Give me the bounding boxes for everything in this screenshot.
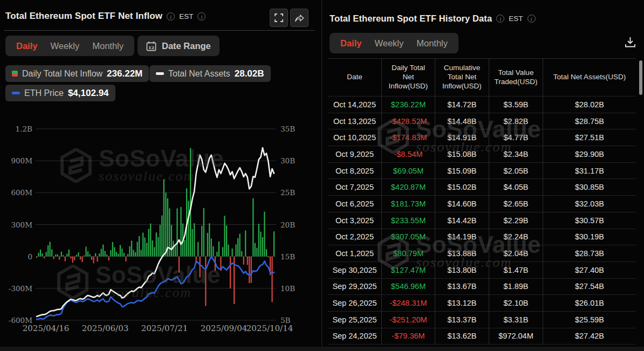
tab-daily[interactable]: Daily	[335, 35, 367, 52]
table-cell: $233.55M	[382, 212, 435, 229]
tab-weekly[interactable]: Weekly	[45, 38, 85, 54]
table-period-tabs: DailyWeeklyMonthly	[330, 33, 458, 53]
tab-daily[interactable]: Daily	[11, 38, 43, 54]
table-body: Oct 14,2025$236.22M$14.72B$3.59B$28.02BO…	[328, 97, 636, 345]
info-icon[interactable]: i	[496, 15, 504, 23]
table-cell: $13.12B	[435, 295, 489, 312]
svg-text:10B: 10B	[280, 284, 295, 293]
fullscreen-icon	[275, 13, 283, 22]
table-cell: $2.29B	[489, 212, 543, 229]
table-cell: -$248.31M	[382, 295, 435, 312]
table-cell: $80.79M	[382, 245, 435, 262]
table-row: Oct 6,2025$181.73M$14.60B$2.65B$32.03B	[328, 196, 636, 212]
page-title: Total Ethereum Spot ETF Net Inflow	[5, 11, 162, 22]
table-cell: $546.96M	[382, 279, 435, 295]
table-cell: Sep 25,2025	[328, 312, 382, 328]
svg-text:600M: 600M	[11, 188, 32, 197]
tab-weekly[interactable]: Weekly	[369, 35, 409, 52]
table-row: Oct 2,2025$307.05M$14.19B$2.24B$30.19B	[328, 229, 636, 246]
table-cell: $14.19B	[435, 229, 489, 246]
legend-label: Total Net Assets	[168, 69, 230, 79]
table-cell: $2.24B	[489, 229, 543, 246]
tab-monthly[interactable]: Monthly	[87, 38, 129, 54]
table-cell: $15.08B	[435, 146, 489, 163]
table-cell: $14.42B	[435, 212, 489, 229]
legend-value: 28.02B	[235, 68, 264, 79]
table-cell: $13.88B	[435, 245, 489, 262]
svg-text:0: 0	[28, 252, 32, 261]
table-cell: $2.04B	[489, 245, 543, 262]
etf-flow-chart[interactable]: 1.2B35B900M30B600M25B300M20B015B-300M10B…	[0, 120, 321, 338]
table-row: Oct 1,2025$80.79M$13.88B$2.04B$28.73B	[328, 245, 636, 262]
table-cell: $29.90B	[543, 146, 636, 163]
table-row: Oct 10,2025-$174.83M$14.91B$4.77B$27.51B	[328, 129, 636, 146]
table-header-row: DateDaily Total Net Inflow(USD)Cumulativ…	[328, 59, 636, 97]
svg-text:2025/09/04: 2025/09/04	[201, 324, 247, 333]
table-cell: $420.87M	[382, 179, 435, 196]
history-table: DateDaily Total Net Inflow(USD)Cumulativ…	[328, 58, 636, 345]
table-header-cell: Total Value Traded(USD)	[489, 59, 543, 97]
svg-text:-300M: -300M	[9, 284, 32, 293]
table-cell: Oct 13,2025	[328, 113, 382, 130]
legend-chip-eth-price[interactable]: ETH Price$4,102.94	[5, 85, 115, 101]
table-cell: Oct 2,2025	[328, 229, 382, 246]
horizontal-scrollbar-track[interactable]	[0, 347, 644, 351]
table-row: Oct 3,2025$233.55M$14.42B$2.29B$30.57B	[328, 212, 636, 229]
table-cell: $3.31B	[489, 312, 543, 328]
table-row: Sep 24,2025-$79.36M$13.62B$972.04M$27.42…	[328, 328, 636, 345]
info-icon[interactable]: i	[527, 15, 536, 23]
table-cell: $30.19B	[543, 229, 636, 246]
share-button[interactable]	[290, 9, 309, 27]
table-cell: $2.65B	[489, 196, 543, 212]
table-scrollbar[interactable]	[639, 60, 642, 95]
svg-text:30B: 30B	[280, 156, 295, 165]
fullscreen-button[interactable]	[270, 9, 288, 27]
timezone-label: EST	[179, 12, 193, 20]
table-cell: $30.57B	[543, 212, 636, 229]
net-inflow-panel: Total Ethereum Spot ETF Net Inflow i EST…	[0, 0, 321, 347]
table-row: Oct 9,2025-$8.54M$15.08B$2.34B$29.90B	[328, 146, 636, 163]
table-cell: $30.85B	[543, 179, 636, 196]
table-cell: $2.82B	[489, 113, 543, 130]
table-cell: $4.05B	[489, 179, 543, 196]
table-cell: Oct 8,2025	[328, 163, 382, 180]
table-row: Oct 13,2025-$428.52M$14.48B$2.82B$28.75B	[328, 113, 636, 130]
svg-text:2025/04/16: 2025/04/16	[23, 324, 69, 333]
table-cell: $25.59B	[543, 312, 636, 328]
date-range-button[interactable]: 12 Date Range	[138, 36, 220, 56]
table-cell: $13.67B	[435, 279, 489, 295]
svg-text:2025/06/03: 2025/06/03	[82, 324, 128, 333]
download-button[interactable]	[624, 36, 636, 51]
table-row: Sep 30,2025$127.47M$13.80B$1.47B$27.40B	[328, 262, 636, 279]
table-cell: $236.22M	[382, 97, 435, 113]
info-icon[interactable]: i	[167, 12, 175, 20]
table-cell: Oct 6,2025	[328, 196, 382, 212]
legend-chip-net-assets[interactable]: Total Net Assets28.02B	[149, 65, 271, 82]
table-cell: $14.48B	[435, 113, 489, 130]
svg-text:2025/07/21: 2025/07/21	[141, 324, 188, 333]
table-cell: Sep 26,2025	[328, 295, 382, 312]
chart-period-tabs: DailyWeeklyMonthly	[5, 36, 134, 56]
table-cell: $27.42B	[543, 328, 636, 345]
table-cell: $28.73B	[543, 245, 636, 262]
legend-chip-net-inflow[interactable]: Daily Total Net Inflow236.22M	[5, 65, 149, 82]
table-cell: $28.75B	[543, 113, 636, 130]
svg-text:300M: 300M	[11, 221, 32, 229]
table-cell: $28.02B	[543, 97, 636, 113]
legend-swatch-icon	[12, 71, 18, 77]
table-cell: Oct 14,2025	[328, 97, 382, 113]
date-range-label: Date Range	[162, 41, 211, 51]
table-cell: $15.02B	[435, 179, 489, 196]
table-cell: Oct 7,2025	[328, 179, 382, 196]
table-cell: $31.17B	[543, 163, 636, 180]
timezone-label: EST	[509, 15, 523, 23]
table-cell: $2.10B	[489, 295, 543, 312]
info-icon[interactable]: i	[197, 12, 205, 20]
table-cell: $27.51B	[543, 129, 636, 146]
header-divider	[4, 30, 315, 31]
table-row: Oct 8,2025$69.05M$15.09B$2.05B$31.17B	[328, 163, 636, 180]
history-data-panel: Total Ethereum Spot ETF History Data i E…	[321, 0, 644, 347]
table-cell: $13.80B	[435, 262, 489, 279]
tab-monthly[interactable]: Monthly	[411, 35, 453, 52]
table-cell: $4.77B	[489, 129, 543, 146]
